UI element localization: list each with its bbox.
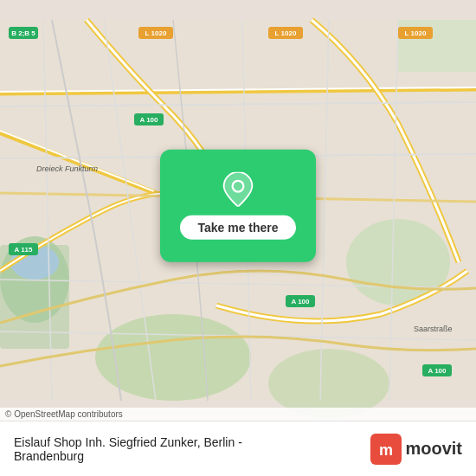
svg-text:A 100: A 100 (291, 298, 310, 306)
svg-text:m: m (379, 441, 393, 459)
bottom-bar: Eislauf Shop Inh. Siegfried Zunker, Berl… (0, 421, 476, 476)
location-info: Eislauf Shop Inh. Siegfried Zunker, Berl… (14, 435, 242, 463)
svg-text:L 1020: L 1020 (405, 29, 427, 37)
moovit-text: moovit (405, 439, 462, 459)
svg-text:L 1020: L 1020 (145, 29, 167, 37)
map-area: B 2;B 5 L 1020 L 1020 L 1020 A 100 A 100… (0, 0, 476, 421)
location-name-line1: Eislauf Shop Inh. Siegfried Zunker, Berl… (14, 435, 242, 449)
attribution-bar: © OpenStreetMap contributors (0, 408, 476, 421)
moovit-logo-icon: m (370, 434, 402, 465)
moovit-logo: m moovit (370, 434, 462, 465)
svg-text:A 115: A 115 (14, 246, 33, 254)
b2b5-label: B 2;B 5 (11, 29, 35, 37)
svg-text:A 100: A 100 (139, 116, 158, 124)
saarstrasse-label: Saarstraße (414, 325, 453, 333)
app-container: B 2;B 5 L 1020 L 1020 L 1020 A 100 A 100… (0, 0, 476, 476)
svg-text:L 1020: L 1020 (275, 29, 297, 37)
dreieck-label: Dreieck Funkturm (36, 164, 99, 173)
location-name-line2: Brandenburg (14, 449, 242, 463)
svg-text:A 100: A 100 (428, 367, 447, 375)
location-pin-icon (221, 172, 255, 207)
take-me-there-button[interactable]: Take me there (180, 215, 295, 240)
map-card: Take me there (160, 150, 316, 262)
attribution-text: © OpenStreetMap contributors (5, 409, 123, 419)
